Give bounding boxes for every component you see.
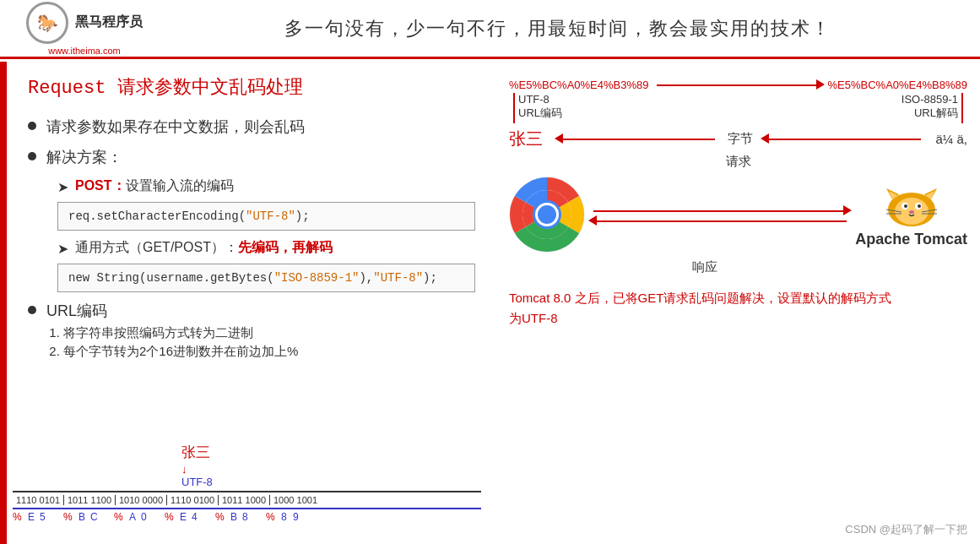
encoded-right: %E5%BC%A0%E4%B8%89 (828, 79, 967, 91)
zhangsan-row: 张三 字节 ä¼ ä, (509, 128, 967, 150)
hex-17: 8 (281, 511, 293, 523)
hex-6: C (90, 511, 114, 523)
qingqiu-label: 请求 (509, 154, 967, 170)
bullet-item-3: URL编码 将字符串按照编码方式转为二进制 每个字节转为2个16进制数并在前边加… (28, 301, 475, 362)
bullet-content-3: URL编码 将字符串按照编码方式转为二进制 每个字节转为2个16进制数并在前边加… (46, 301, 298, 362)
header: 🐎 黑马程序员 www.itheima.com 多一句没有，少一句不行，用最短时… (0, 0, 980, 59)
hex-9: 0 (141, 511, 165, 523)
bullet-dot-3 (28, 306, 36, 314)
hex-15: 8 (242, 511, 266, 523)
hex-2: E (28, 511, 40, 523)
binary-zhangsan: 张三 (181, 443, 481, 462)
bullet-item-2: 解决方案： (28, 147, 475, 167)
resp-arrow-left (593, 220, 847, 222)
left-label-group: UTF-8 URL编码 (518, 93, 562, 121)
hex-14: B (230, 511, 242, 523)
arrow-symbol-get: ➤ (57, 241, 68, 257)
xianying-label: 响应 (509, 259, 900, 275)
hex-5: B (79, 511, 90, 523)
bin-seg-1: 1110 0101 (13, 495, 64, 505)
hex-12: 4 (192, 511, 215, 523)
hex-13: % (215, 511, 230, 523)
right-vert-line (961, 93, 963, 123)
logo-url: www.itheima.com (48, 46, 121, 56)
binary-utf8-label: UTF-8 (181, 476, 481, 488)
zhangsan-cn: 张三 (509, 128, 555, 150)
svg-point-15 (909, 210, 914, 214)
arrow-text-get: 通用方式（GET/POST）：先编码，再解码 (75, 239, 333, 257)
bullet-text-2: 解决方案： (46, 147, 122, 167)
garbled-text: ä¼ ä, (925, 132, 967, 146)
arrow-symbol-post: ➤ (57, 179, 68, 195)
binary-arrow-down: ↓ (181, 463, 481, 476)
label-iso: ISO-8859-1 (901, 93, 958, 106)
tomcat-cat-icon (882, 184, 941, 231)
tomcat-label: Apache Tomcat (855, 231, 967, 248)
left-vert-line (513, 93, 515, 123)
top-arrow-row: %E5%BC%A0%E4%B3%89 %E5%BC%A0%E4%B8%89 (509, 79, 967, 91)
hex-11: E (180, 511, 192, 523)
label-urlencode: URL编码 (518, 106, 562, 121)
binary-row: 1110 0101 1011 1100 1010 0000 1110 0100 … (13, 491, 481, 509)
bullet-item-1: 请求参数如果存在中文数据，则会乱码 (28, 117, 475, 137)
svg-point-14 (918, 204, 921, 208)
bin-bits-6: 1000 1001 (273, 495, 317, 505)
bin-seg-6: 1000 1001 (270, 495, 321, 505)
code-box-2: new String(username.getBytes("ISO-8859-1… (57, 264, 475, 292)
url-list: 将字符串按照编码方式转为二进制 每个字节转为2个16进制数并在前边加上% (63, 325, 298, 360)
get-keyword: 先编码，再解码 (238, 240, 333, 254)
binary-section: 张三 ↓ UTF-8 1110 0101 1011 1100 1010 0000… (13, 443, 481, 523)
req-arrow-right (593, 210, 847, 212)
code-box-1: req.setCharacterEncoding("UTF-8"); (57, 202, 475, 231)
right-label-group: ISO-8859-1 URL解码 (901, 93, 958, 121)
hex-row: % E 5 % B C % A 0 % E 4 % B 8 % 8 9 (13, 511, 481, 523)
left-labels: UTF-8 URL编码 (509, 93, 562, 123)
bullet-dot-1 (28, 122, 36, 130)
request-arrows (593, 210, 847, 222)
url-title: URL编码 (46, 302, 107, 319)
sub-section: ➤ POST：设置输入流的编码 req.setCharacterEncoding… (57, 177, 475, 292)
bin-bits-5: 1011 1000 (222, 495, 266, 505)
jie-label: 字节 (719, 131, 761, 147)
bullet-dot-2 (28, 152, 36, 160)
url-list-item-2: 每个字节转为2个16进制数并在前边加上% (63, 344, 298, 360)
arrow-text-post: POST：设置输入流的编码 (75, 177, 234, 195)
footer-csdn: CSDN @起码了解一下把 (845, 522, 967, 537)
svg-point-13 (904, 204, 907, 208)
tomcat-area: Apache Tomcat (855, 184, 967, 248)
hex-1: % (13, 511, 28, 523)
labels-row: UTF-8 URL编码 ISO-8859-1 URL解码 (509, 93, 967, 123)
url-list-item-1: 将字符串按照编码方式转为二进制 (63, 325, 298, 341)
bin-seg-5: 1011 1000 (219, 495, 270, 505)
encoded-left: %E5%BC%A0%E4%B3%89 (509, 79, 648, 91)
bin-bits-2: 1011 1100 (68, 495, 111, 505)
icons-row: Apache Tomcat (509, 177, 967, 256)
chrome-icon (509, 177, 585, 256)
hex-18: 9 (293, 511, 299, 523)
hex-8: A (129, 511, 141, 523)
svg-point-4 (538, 205, 556, 224)
label-urldecode: URL解码 (901, 106, 958, 121)
bin-bits-1: 1110 0101 (16, 495, 60, 505)
hex-3: 5 (40, 511, 63, 523)
hex-7: % (114, 511, 129, 523)
encoding-diagram: %E5%BC%A0%E4%B3%89 %E5%BC%A0%E4%B8%89 UT… (509, 79, 967, 329)
right-labels: ISO-8859-1 URL解码 (901, 93, 963, 123)
hex-16: % (266, 511, 281, 523)
bullet-text-1: 请求参数如果存在中文数据，则会乱码 (46, 117, 305, 137)
logo-circle: 🐎 (26, 2, 68, 44)
hex-4: % (63, 511, 79, 523)
arrow-item-get: ➤ 通用方式（GET/POST）：先编码，再解码 (57, 239, 475, 257)
bin-bits-3: 1010 0000 (119, 495, 163, 505)
bin-seg-4: 1110 0100 (167, 495, 219, 505)
label-utf8: UTF-8 (518, 93, 562, 106)
bin-seg-2: 1011 1100 (64, 495, 116, 505)
hex-10: % (165, 511, 180, 523)
bin-bits-4: 1110 0100 (171, 495, 214, 505)
red-left-bar (0, 62, 7, 544)
logo-area: 🐎 黑马程序员 www.itheima.com (17, 2, 152, 56)
header-slogan: 多一句没有，少一句不行，用最短时间，教会最实用的技术！ (152, 16, 963, 41)
post-keyword: POST： (75, 178, 126, 193)
right-panel: %E5%BC%A0%E4%B3%89 %E5%BC%A0%E4%B8%89 UT… (496, 62, 980, 544)
bin-seg-3: 1010 0000 (116, 495, 167, 505)
